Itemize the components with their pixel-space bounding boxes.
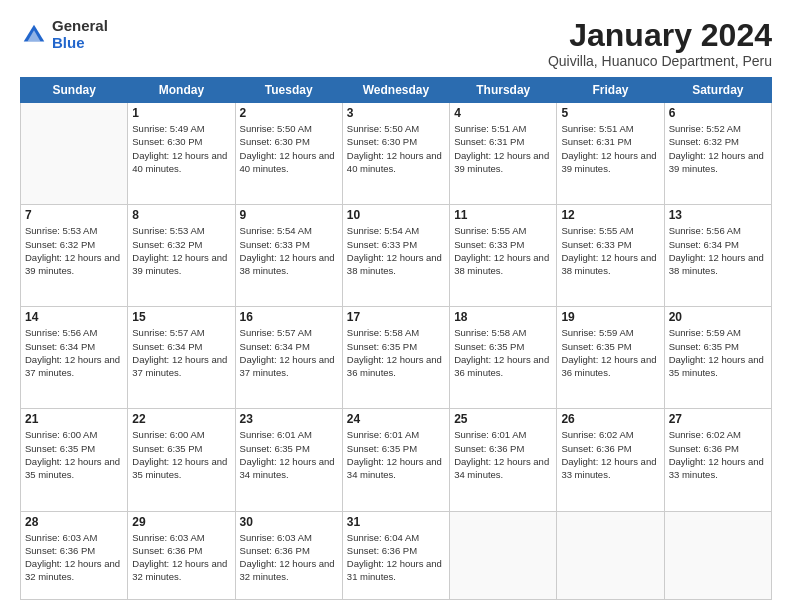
day-number: 10 — [347, 208, 445, 222]
calendar-cell: 13Sunrise: 5:56 AMSunset: 6:34 PMDayligh… — [664, 205, 771, 307]
calendar-cell: 31Sunrise: 6:04 AMSunset: 6:36 PMDayligh… — [342, 511, 449, 599]
week-row-5: 28Sunrise: 6:03 AMSunset: 6:36 PMDayligh… — [21, 511, 772, 599]
day-detail: Sunrise: 5:58 AMSunset: 6:35 PMDaylight:… — [347, 326, 445, 379]
day-number: 12 — [561, 208, 659, 222]
day-detail: Sunrise: 5:53 AMSunset: 6:32 PMDaylight:… — [25, 224, 123, 277]
calendar-cell: 9Sunrise: 5:54 AMSunset: 6:33 PMDaylight… — [235, 205, 342, 307]
day-detail: Sunrise: 5:55 AMSunset: 6:33 PMDaylight:… — [454, 224, 552, 277]
day-detail: Sunrise: 5:51 AMSunset: 6:31 PMDaylight:… — [561, 122, 659, 175]
day-number: 22 — [132, 412, 230, 426]
day-number: 20 — [669, 310, 767, 324]
day-detail: Sunrise: 6:02 AMSunset: 6:36 PMDaylight:… — [669, 428, 767, 481]
day-detail: Sunrise: 5:55 AMSunset: 6:33 PMDaylight:… — [561, 224, 659, 277]
day-detail: Sunrise: 6:03 AMSunset: 6:36 PMDaylight:… — [240, 531, 338, 584]
day-number: 8 — [132, 208, 230, 222]
calendar-cell: 4Sunrise: 5:51 AMSunset: 6:31 PMDaylight… — [450, 103, 557, 205]
day-detail: Sunrise: 6:00 AMSunset: 6:35 PMDaylight:… — [132, 428, 230, 481]
day-detail: Sunrise: 5:56 AMSunset: 6:34 PMDaylight:… — [669, 224, 767, 277]
calendar-cell — [21, 103, 128, 205]
day-number: 29 — [132, 515, 230, 529]
day-number: 16 — [240, 310, 338, 324]
calendar-cell: 11Sunrise: 5:55 AMSunset: 6:33 PMDayligh… — [450, 205, 557, 307]
day-number: 27 — [669, 412, 767, 426]
weekday-header-tuesday: Tuesday — [235, 78, 342, 103]
day-detail: Sunrise: 5:52 AMSunset: 6:32 PMDaylight:… — [669, 122, 767, 175]
calendar-cell: 22Sunrise: 6:00 AMSunset: 6:35 PMDayligh… — [128, 409, 235, 511]
day-detail: Sunrise: 6:04 AMSunset: 6:36 PMDaylight:… — [347, 531, 445, 584]
calendar-cell: 6Sunrise: 5:52 AMSunset: 6:32 PMDaylight… — [664, 103, 771, 205]
day-detail: Sunrise: 6:00 AMSunset: 6:35 PMDaylight:… — [25, 428, 123, 481]
week-row-1: 1Sunrise: 5:49 AMSunset: 6:30 PMDaylight… — [21, 103, 772, 205]
day-detail: Sunrise: 6:01 AMSunset: 6:36 PMDaylight:… — [454, 428, 552, 481]
day-number: 9 — [240, 208, 338, 222]
header: General Blue January 2024 Quivilla, Huan… — [20, 18, 772, 69]
calendar-cell: 3Sunrise: 5:50 AMSunset: 6:30 PMDaylight… — [342, 103, 449, 205]
calendar-cell: 21Sunrise: 6:00 AMSunset: 6:35 PMDayligh… — [21, 409, 128, 511]
calendar-cell: 19Sunrise: 5:59 AMSunset: 6:35 PMDayligh… — [557, 307, 664, 409]
calendar-cell: 25Sunrise: 6:01 AMSunset: 6:36 PMDayligh… — [450, 409, 557, 511]
day-number: 23 — [240, 412, 338, 426]
day-number: 5 — [561, 106, 659, 120]
day-detail: Sunrise: 5:51 AMSunset: 6:31 PMDaylight:… — [454, 122, 552, 175]
day-detail: Sunrise: 6:03 AMSunset: 6:36 PMDaylight:… — [132, 531, 230, 584]
day-detail: Sunrise: 6:02 AMSunset: 6:36 PMDaylight:… — [561, 428, 659, 481]
day-number: 25 — [454, 412, 552, 426]
weekday-header-friday: Friday — [557, 78, 664, 103]
calendar-cell: 7Sunrise: 5:53 AMSunset: 6:32 PMDaylight… — [21, 205, 128, 307]
day-number: 24 — [347, 412, 445, 426]
weekday-header-sunday: Sunday — [21, 78, 128, 103]
day-number: 17 — [347, 310, 445, 324]
calendar-cell: 17Sunrise: 5:58 AMSunset: 6:35 PMDayligh… — [342, 307, 449, 409]
day-number: 2 — [240, 106, 338, 120]
title-block: January 2024 Quivilla, Huanuco Departmen… — [548, 18, 772, 69]
calendar-cell: 30Sunrise: 6:03 AMSunset: 6:36 PMDayligh… — [235, 511, 342, 599]
day-detail: Sunrise: 5:50 AMSunset: 6:30 PMDaylight:… — [347, 122, 445, 175]
day-detail: Sunrise: 6:01 AMSunset: 6:35 PMDaylight:… — [347, 428, 445, 481]
calendar-cell — [664, 511, 771, 599]
day-detail: Sunrise: 5:53 AMSunset: 6:32 PMDaylight:… — [132, 224, 230, 277]
day-detail: Sunrise: 5:59 AMSunset: 6:35 PMDaylight:… — [561, 326, 659, 379]
day-number: 18 — [454, 310, 552, 324]
calendar-cell: 5Sunrise: 5:51 AMSunset: 6:31 PMDaylight… — [557, 103, 664, 205]
day-detail: Sunrise: 5:49 AMSunset: 6:30 PMDaylight:… — [132, 122, 230, 175]
weekday-header-saturday: Saturday — [664, 78, 771, 103]
logo: General Blue — [20, 18, 108, 51]
week-row-3: 14Sunrise: 5:56 AMSunset: 6:34 PMDayligh… — [21, 307, 772, 409]
day-number: 21 — [25, 412, 123, 426]
logo-text: General Blue — [52, 18, 108, 51]
weekday-header-wednesday: Wednesday — [342, 78, 449, 103]
calendar-cell: 24Sunrise: 6:01 AMSunset: 6:35 PMDayligh… — [342, 409, 449, 511]
day-number: 3 — [347, 106, 445, 120]
calendar-table: SundayMondayTuesdayWednesdayThursdayFrid… — [20, 77, 772, 600]
day-detail: Sunrise: 5:56 AMSunset: 6:34 PMDaylight:… — [25, 326, 123, 379]
logo-general: General — [52, 18, 108, 35]
calendar-cell: 8Sunrise: 5:53 AMSunset: 6:32 PMDaylight… — [128, 205, 235, 307]
week-row-4: 21Sunrise: 6:00 AMSunset: 6:35 PMDayligh… — [21, 409, 772, 511]
day-detail: Sunrise: 5:50 AMSunset: 6:30 PMDaylight:… — [240, 122, 338, 175]
calendar-cell: 16Sunrise: 5:57 AMSunset: 6:34 PMDayligh… — [235, 307, 342, 409]
calendar-cell: 10Sunrise: 5:54 AMSunset: 6:33 PMDayligh… — [342, 205, 449, 307]
title-location: Quivilla, Huanuco Department, Peru — [548, 53, 772, 69]
day-detail: Sunrise: 5:58 AMSunset: 6:35 PMDaylight:… — [454, 326, 552, 379]
weekday-header-row: SundayMondayTuesdayWednesdayThursdayFrid… — [21, 78, 772, 103]
day-detail: Sunrise: 5:57 AMSunset: 6:34 PMDaylight:… — [240, 326, 338, 379]
calendar-cell — [450, 511, 557, 599]
calendar-cell — [557, 511, 664, 599]
calendar-cell: 14Sunrise: 5:56 AMSunset: 6:34 PMDayligh… — [21, 307, 128, 409]
calendar-cell: 2Sunrise: 5:50 AMSunset: 6:30 PMDaylight… — [235, 103, 342, 205]
day-number: 31 — [347, 515, 445, 529]
calendar-cell: 12Sunrise: 5:55 AMSunset: 6:33 PMDayligh… — [557, 205, 664, 307]
weekday-header-thursday: Thursday — [450, 78, 557, 103]
logo-icon — [20, 21, 48, 49]
calendar-cell: 15Sunrise: 5:57 AMSunset: 6:34 PMDayligh… — [128, 307, 235, 409]
day-number: 13 — [669, 208, 767, 222]
day-number: 30 — [240, 515, 338, 529]
calendar-cell: 23Sunrise: 6:01 AMSunset: 6:35 PMDayligh… — [235, 409, 342, 511]
logo-blue: Blue — [52, 35, 108, 52]
day-number: 14 — [25, 310, 123, 324]
day-number: 6 — [669, 106, 767, 120]
calendar-cell: 20Sunrise: 5:59 AMSunset: 6:35 PMDayligh… — [664, 307, 771, 409]
day-number: 4 — [454, 106, 552, 120]
calendar-cell: 1Sunrise: 5:49 AMSunset: 6:30 PMDaylight… — [128, 103, 235, 205]
calendar-cell: 29Sunrise: 6:03 AMSunset: 6:36 PMDayligh… — [128, 511, 235, 599]
